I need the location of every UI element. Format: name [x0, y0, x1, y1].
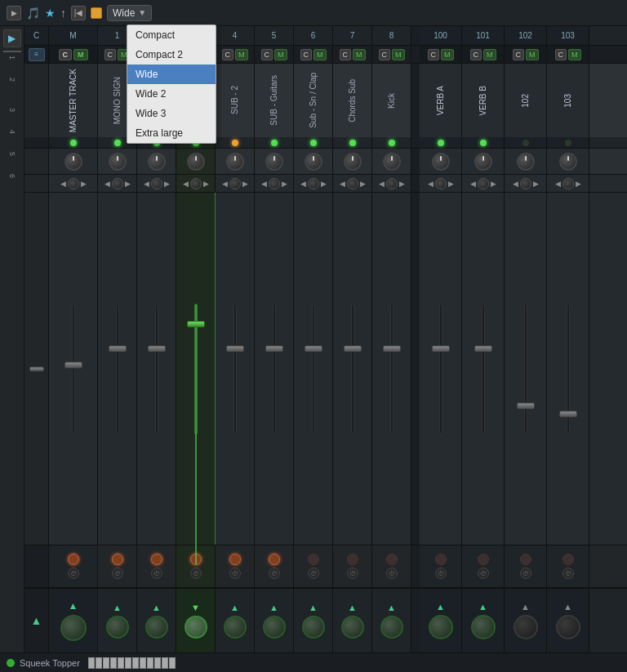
s103-clock-btn[interactable]: ⏱	[563, 567, 574, 579]
ch8-c-btn[interactable]: C	[379, 49, 391, 60]
ch4-led[interactable]	[232, 140, 238, 146]
play-button[interactable]: ▶	[7, 6, 21, 20]
s101-send-btn[interactable]	[478, 554, 489, 565]
master-pan-left[interactable]: ◀	[60, 180, 66, 188]
s102-pan-left[interactable]: ◀	[513, 180, 518, 188]
ch3-pan-left[interactable]: ◀	[183, 180, 189, 188]
ch6-pan-right[interactable]: ▶	[321, 180, 327, 188]
ch4-pan-knob[interactable]	[229, 178, 241, 189]
ch-label-7[interactable]: Chords Sub	[333, 64, 372, 137]
s100-send-btn[interactable]	[435, 554, 447, 565]
ch1-send-btn[interactable]	[112, 554, 123, 565]
master-label-cell[interactable]: MASTER TRACK	[49, 64, 98, 137]
s102-clock-btn[interactable]: ⏱	[520, 567, 531, 579]
ch-label-8[interactable]: Kick	[372, 64, 411, 137]
ch3-pan-right[interactable]: ▶	[203, 180, 209, 188]
master-fader-handle[interactable]	[64, 362, 82, 368]
key-2[interactable]	[96, 657, 102, 669]
ch1-pan-left[interactable]: ◀	[104, 180, 110, 188]
ch1-c-btn[interactable]: C	[104, 49, 117, 60]
ch8-pan-knob[interactable]	[386, 178, 398, 189]
all-mute-btn[interactable]: ≡	[29, 48, 45, 61]
ch4-send-btn[interactable]	[229, 554, 241, 565]
master-send-btn-1[interactable]	[68, 554, 79, 565]
ch5-up-arrow[interactable]: ▲	[269, 603, 278, 612]
s100-pan-knob[interactable]	[435, 178, 447, 189]
ch8-bottom-knob[interactable]	[380, 616, 403, 639]
s102-fader-handle[interactable]	[517, 403, 535, 409]
master-pan-knob[interactable]	[68, 178, 79, 189]
ch5-fader-track[interactable]	[273, 304, 276, 434]
ch2-fader-track[interactable]	[155, 304, 158, 434]
s103-fader-handle[interactable]	[559, 411, 577, 417]
ch8-led[interactable]	[389, 140, 395, 146]
ch1-pan-knob[interactable]	[112, 178, 123, 189]
s100-up-arrow[interactable]: ▲	[436, 602, 445, 612]
master-knob[interactable]	[64, 153, 82, 171]
ch8-fader-handle[interactable]	[383, 345, 401, 352]
send-label-102[interactable]: 102	[505, 64, 547, 137]
s102-up-arrow[interactable]: ▲	[521, 602, 530, 612]
ch1-led[interactable]	[114, 140, 121, 146]
ch6-send-btn[interactable]	[308, 554, 319, 565]
dropdown-item-wide2[interactable]: Wide 2	[127, 84, 216, 104]
ch8-send-btn[interactable]	[386, 554, 398, 565]
ch7-led[interactable]	[349, 140, 356, 146]
key-8[interactable]	[140, 657, 146, 669]
ch1-up-arrow[interactable]: ▲	[113, 603, 122, 612]
ch7-knob[interactable]	[344, 153, 362, 171]
s102-fader-track[interactable]	[524, 304, 527, 434]
ch6-led[interactable]	[310, 140, 317, 146]
ch4-fader-handle[interactable]	[226, 345, 244, 352]
ch1-fader-track[interactable]	[116, 304, 119, 434]
s101-pan-knob[interactable]	[478, 178, 489, 189]
s103-pan-knob[interactable]	[563, 178, 574, 189]
master-fader-track[interactable]	[72, 304, 75, 434]
ch7-fader-handle[interactable]	[344, 345, 362, 352]
ch7-m-btn[interactable]: M	[353, 49, 366, 60]
ch5-send-btn[interactable]	[269, 554, 280, 565]
s100-clock-btn[interactable]: ⏱	[435, 567, 447, 579]
s102-bottom-knob[interactable]	[514, 615, 538, 639]
ch3-clock-btn[interactable]: ⏱	[190, 567, 202, 579]
key-7[interactable]	[132, 657, 139, 669]
ch4-fader-track[interactable]	[233, 304, 237, 434]
ch-label-5[interactable]: SUB - Guitars	[255, 64, 294, 137]
s101-c-btn[interactable]: C	[470, 49, 482, 60]
s102-pan-knob[interactable]	[520, 178, 531, 189]
s102-send-btn[interactable]	[520, 554, 531, 565]
s100-pan-right[interactable]: ▶	[448, 180, 454, 188]
dropdown-item-wide3[interactable]: Wide 3	[127, 104, 216, 123]
ch6-pan-left[interactable]: ◀	[300, 180, 306, 188]
ch2-fader-handle[interactable]	[148, 345, 166, 352]
ch5-knob[interactable]	[265, 153, 283, 171]
dropdown-item-compact[interactable]: Compact	[127, 25, 216, 45]
key-9[interactable]	[147, 657, 153, 669]
master-up-arrow[interactable]: ▲	[69, 600, 78, 612]
master-led[interactable]	[70, 140, 77, 146]
s102-led[interactable]	[522, 140, 529, 146]
ch5-pan-right[interactable]: ▶	[282, 180, 287, 188]
ch7-fader-track[interactable]	[351, 304, 354, 434]
ch3-bottom-knob[interactable]	[185, 616, 207, 639]
ch6-knob[interactable]	[305, 153, 322, 171]
s101-pan-left[interactable]: ◀	[470, 180, 476, 188]
s101-fader-track[interactable]	[482, 304, 485, 434]
ch-label-4[interactable]: SUB - 2	[216, 64, 255, 137]
s103-fader-track[interactable]	[567, 304, 570, 434]
ch1-bottom-knob[interactable]	[106, 616, 129, 639]
ch2-knob[interactable]	[148, 153, 166, 171]
ch7-up-arrow[interactable]: ▲	[348, 603, 357, 612]
key-12[interactable]	[169, 657, 176, 669]
ch5-fader-handle[interactable]	[265, 345, 283, 352]
s101-led[interactable]	[480, 140, 487, 146]
send-label-100[interactable]: VERB A	[420, 64, 462, 137]
ch3-knob[interactable]	[187, 153, 205, 171]
s100-fader-handle[interactable]	[432, 345, 450, 352]
ch4-up-arrow[interactable]: ▲	[230, 603, 239, 612]
s103-pan-right[interactable]: ▶	[576, 180, 581, 188]
s100-led[interactable]	[438, 140, 444, 146]
ch6-up-arrow[interactable]: ▲	[309, 603, 318, 612]
s103-pan-left[interactable]: ◀	[555, 180, 561, 188]
ch1-clock-btn[interactable]: ⏱	[112, 567, 123, 579]
